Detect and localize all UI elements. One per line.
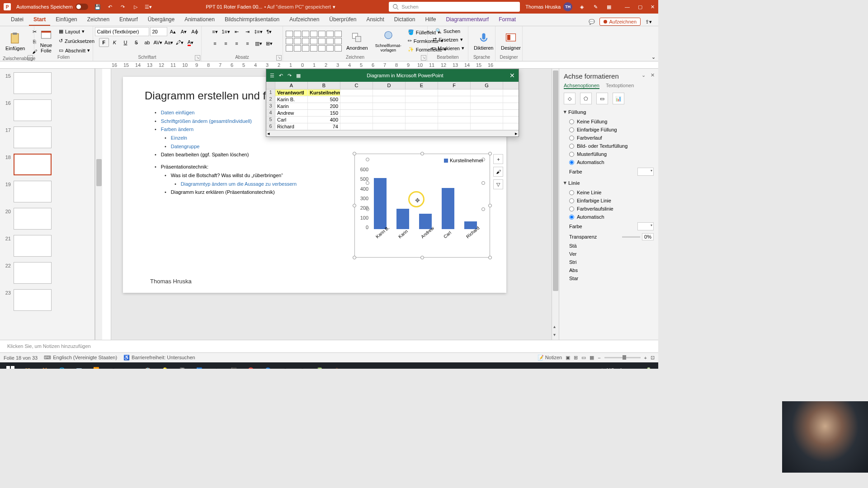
app-icon[interactable]: 🟦 bbox=[192, 363, 207, 369]
powerpoint-icon[interactable]: 🟧 bbox=[89, 363, 104, 369]
excel-menu-icon[interactable]: ☰ bbox=[270, 73, 274, 79]
undo-icon[interactable]: ↶ bbox=[106, 3, 114, 11]
align-center-icon[interactable]: ≡ bbox=[221, 39, 231, 48]
search-input[interactable]: Suchen bbox=[389, 2, 520, 12]
fill-option[interactable]: Einfarbige Füllung bbox=[564, 126, 654, 134]
tab-ansicht[interactable]: Ansicht bbox=[362, 14, 388, 26]
chrome-icon[interactable]: 🌐 bbox=[54, 363, 70, 369]
cell[interactable]: Karin bbox=[275, 103, 308, 109]
reading-view-icon[interactable]: ▭ bbox=[581, 355, 586, 361]
thumb-scrollbar[interactable] bbox=[95, 69, 102, 340]
app-icon[interactable]: ⬛ bbox=[226, 363, 241, 369]
col-header[interactable]: E bbox=[406, 82, 438, 89]
italic-icon[interactable]: K bbox=[110, 38, 120, 47]
tab-animationen[interactable]: Animationen bbox=[180, 14, 219, 26]
cell[interactable]: 200 bbox=[308, 103, 340, 109]
cell[interactable]: 400 bbox=[308, 117, 340, 123]
tab-entwurf[interactable]: Entwurf bbox=[115, 14, 142, 26]
drawing-launcher[interactable]: ↘ bbox=[421, 55, 426, 61]
zoom-out-icon[interactable]: − bbox=[598, 355, 600, 361]
fill-option[interactable]: Automatisch bbox=[564, 158, 654, 166]
font-launcher[interactable]: ↘ bbox=[195, 55, 200, 61]
tab-uebergaenge[interactable]: Übergänge bbox=[143, 14, 179, 26]
minimize-icon[interactable]: — bbox=[625, 4, 630, 10]
firefox-icon[interactable]: 🦊 bbox=[37, 363, 52, 369]
tab-diagrammentwurf[interactable]: Diagrammentwurf bbox=[441, 14, 493, 26]
start-button[interactable] bbox=[3, 363, 18, 369]
font-color-icon[interactable]: A▾ bbox=[186, 38, 196, 47]
section-button[interactable]: ▭ Abschnitt ▾ bbox=[57, 47, 96, 54]
chart-plus-icon[interactable]: ＋ bbox=[493, 154, 503, 164]
indent-dec-icon[interactable]: ⇤ bbox=[232, 27, 242, 36]
grow-font-icon[interactable]: A▴ bbox=[168, 27, 178, 36]
slide-thumbnail[interactable] bbox=[14, 181, 52, 202]
vlc-icon[interactable]: ▲ bbox=[123, 363, 138, 369]
diamond-icon[interactable]: ◈ bbox=[578, 3, 586, 11]
slide-thumbnail[interactable] bbox=[14, 262, 52, 284]
app-icon[interactable]: ⭕ bbox=[243, 363, 259, 369]
reset-button[interactable]: ↺ Zurücksetzen bbox=[57, 37, 96, 45]
strike-icon[interactable]: S̶ bbox=[132, 38, 142, 47]
indent-inc-icon[interactable]: ⇥ bbox=[243, 27, 253, 36]
dictate-button[interactable]: Diktieren bbox=[471, 31, 496, 52]
app-icon[interactable]: 📋 bbox=[140, 363, 156, 369]
line-spacing-icon[interactable]: ‡≡▾ bbox=[254, 27, 264, 36]
justify-icon[interactable]: ≡ bbox=[243, 39, 253, 48]
cell[interactable]: Kursteilnehmer bbox=[308, 89, 340, 96]
excel-grid[interactable]: ABCDEFG 1VerantwortlKursteilnehmer2Karin… bbox=[266, 82, 519, 136]
tab-dictation[interactable]: Dictation bbox=[390, 14, 420, 26]
sorter-view-icon[interactable]: ⊞ bbox=[574, 355, 578, 361]
col-header[interactable]: F bbox=[438, 82, 471, 89]
tab-einfuegen[interactable]: Einfügen bbox=[51, 14, 81, 26]
chart-brush-icon[interactable]: 🖌 bbox=[493, 167, 503, 177]
chevron-down-icon[interactable]: ▾ bbox=[333, 4, 335, 10]
spacing-icon[interactable]: AV▾ bbox=[153, 38, 163, 47]
slide-thumbnail[interactable] bbox=[14, 127, 52, 148]
weather-widget[interactable]: ☀ 1°C bbox=[600, 367, 614, 369]
tab-aufzeichnen[interactable]: Aufzeichnen bbox=[285, 14, 324, 26]
accessibility-checker[interactable]: ♿Barrierefreiheit: Untersuchen bbox=[123, 355, 195, 361]
normal-view-icon[interactable]: ▣ bbox=[566, 355, 570, 361]
designer-button[interactable]: Designer bbox=[498, 31, 524, 52]
file-explorer-icon[interactable]: 📁 bbox=[20, 363, 35, 369]
row-header[interactable]: 1 bbox=[266, 89, 275, 96]
app-icon[interactable]: ⚙ bbox=[106, 363, 121, 369]
effects-icon[interactable]: ⬠ bbox=[580, 93, 592, 104]
cell[interactable]: Verantwortl bbox=[275, 89, 308, 96]
cell[interactable]: 500 bbox=[308, 96, 340, 103]
chart-bar[interactable] bbox=[374, 178, 387, 229]
chart-data-editor[interactable]: ☰ ↶ ↷ ▦ Diagramm in Microsoft PowerPoint… bbox=[266, 69, 519, 137]
next-slide-icon[interactable]: ▾ bbox=[553, 332, 556, 337]
shrink-font-icon[interactable]: A▾ bbox=[179, 27, 189, 36]
fill-option[interactable]: Keine Füllung bbox=[564, 117, 654, 126]
telegram-icon[interactable]: ✈ bbox=[209, 363, 224, 369]
tab-datei[interactable]: Datei bbox=[6, 14, 28, 26]
onenote-icon[interactable]: 📓 bbox=[175, 363, 190, 369]
select-button[interactable]: ▭ Markieren ▾ bbox=[429, 44, 466, 52]
outlook-icon[interactable]: 📧 bbox=[71, 363, 87, 369]
shapes-gallery[interactable] bbox=[286, 31, 342, 52]
fit-window-icon[interactable]: ⊡ bbox=[651, 355, 655, 361]
user-account[interactable]: Thomas Hruska TH bbox=[525, 2, 572, 11]
tab-bildschirmpraesentation[interactable]: Bildschirmpräsentation bbox=[220, 14, 284, 26]
slide-counter[interactable]: Folie 18 von 33 bbox=[4, 355, 38, 361]
cell[interactable]: Richard bbox=[275, 123, 308, 130]
layout-button[interactable]: ▦ Layout ▾ bbox=[57, 28, 96, 35]
line-section-header[interactable]: ▾ Linie bbox=[564, 180, 654, 186]
size-props-icon[interactable]: ▭ bbox=[596, 93, 608, 104]
col-header[interactable]: C bbox=[340, 82, 373, 89]
quick-styles-button[interactable]: Schnellformat- vorlagen bbox=[373, 29, 404, 53]
slide-thumbnail[interactable] bbox=[14, 154, 52, 175]
maximize-icon[interactable]: ▢ bbox=[638, 4, 642, 10]
tab-hilfe[interactable]: Hilfe bbox=[420, 14, 440, 26]
new-slide-button[interactable]: Neue Folie bbox=[37, 28, 55, 54]
app-icon[interactable]: 💼 bbox=[329, 363, 344, 369]
row-header[interactable]: 4 bbox=[266, 110, 275, 116]
tab-axis-options[interactable]: Achsenoptionen bbox=[564, 83, 599, 89]
language-indicator[interactable]: ⌨Englisch (Vereinigte Staaten) bbox=[44, 355, 117, 361]
slide-thumbnail[interactable] bbox=[14, 289, 52, 311]
col-header[interactable]: A bbox=[275, 82, 308, 89]
share-icon[interactable]: ⇪▾ bbox=[645, 19, 652, 25]
align-left-icon[interactable]: ≡ bbox=[210, 39, 220, 48]
shadow-icon[interactable]: ab bbox=[142, 38, 152, 47]
